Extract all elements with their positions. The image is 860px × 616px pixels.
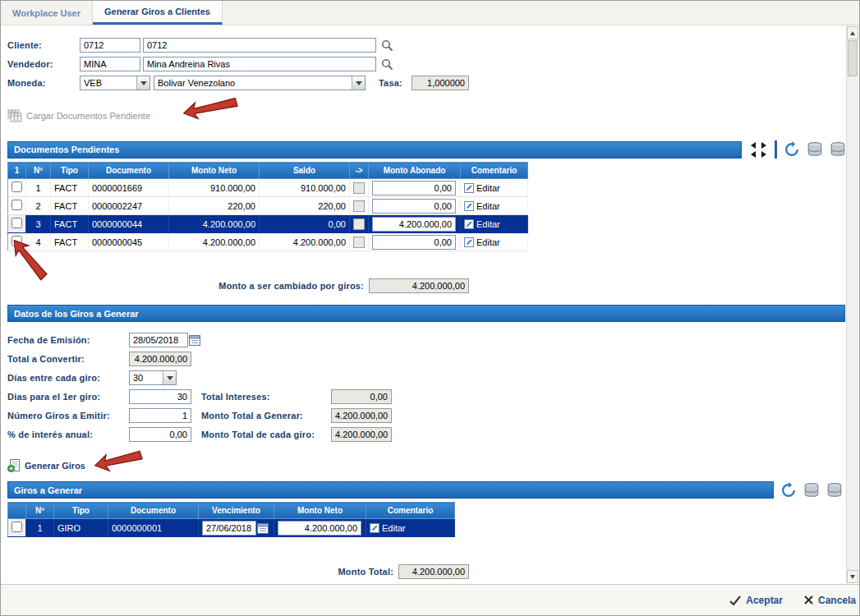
load-documents-icon [7, 109, 22, 122]
database-import-icon[interactable] [830, 141, 846, 158]
moneda-code-select[interactable]: VEB [80, 76, 150, 90]
cell-tipo: FACT [51, 179, 89, 197]
database-export-icon[interactable] [807, 141, 823, 158]
col-num: Nº [26, 163, 51, 179]
cell-documento: 0000000001 [108, 519, 199, 537]
tasa-input [412, 76, 469, 90]
row-select-checkbox[interactable] [11, 200, 22, 210]
table-row[interactable]: 2 FACT 0000002247 220,00 220,00 Editar [8, 197, 528, 215]
editar-button[interactable]: Editar [370, 523, 451, 533]
cargar-documentos-label: Cargar Documentos Pendiente [26, 111, 150, 121]
table-row[interactable]: 4 FACT 0000000045 4.200.000,00 4.200.000… [8, 233, 528, 251]
cliente-row: Cliente: [7, 38, 846, 53]
monto-abonado-input[interactable] [372, 235, 456, 250]
cancelar-button[interactable]: Cancela [804, 595, 856, 606]
aceptar-button[interactable]: Aceptar [729, 595, 783, 606]
cargar-documentos-button[interactable]: Cargar Documentos Pendiente [7, 108, 846, 123]
monto-total-generar-input [331, 408, 392, 423]
transfer-box[interactable] [353, 182, 365, 194]
cell-tipo: GIRO [54, 519, 108, 537]
col-monto-neto: Monto Neto [274, 503, 366, 519]
vendedor-name-input[interactable] [143, 57, 376, 71]
cliente-search-icon[interactable] [381, 39, 393, 52]
generar-giros-label: Generar Giros [25, 461, 85, 471]
cell-saldo: 220,00 [260, 197, 350, 215]
vertical-scrollbar[interactable] [846, 26, 858, 583]
editar-button[interactable]: Editar [464, 201, 524, 211]
cliente-name-input[interactable] [143, 38, 376, 53]
monto-neto-input[interactable] [278, 521, 361, 536]
moneda-name-select[interactable]: Bolivar Venezolano [154, 76, 366, 90]
generar-giros-button[interactable]: Generar Giros [7, 458, 846, 473]
monto-abonado-input[interactable] [372, 217, 456, 232]
editar-button[interactable]: Editar [464, 237, 524, 247]
fecha-emision-input[interactable] [129, 333, 188, 347]
check-icon [729, 595, 741, 605]
scroll-up-button[interactable] [847, 26, 858, 39]
calendar-icon[interactable] [257, 522, 269, 534]
datos-fields: Fecha de Emisión: Total a Convertir: Día… [7, 333, 846, 442]
transfer-box[interactable] [353, 218, 365, 230]
pendientes-header-row: Documentos Pendientes [7, 140, 846, 159]
cell-saldo: 4.200.000,00 [260, 233, 350, 251]
chevron-down-icon[interactable] [163, 371, 176, 384]
chevron-down-icon[interactable] [352, 76, 365, 90]
interes-anual-input[interactable] [129, 427, 191, 442]
cell-tipo: FACT [51, 197, 89, 215]
monto-cambiado-input [369, 278, 469, 293]
footer-bar: Aceptar Cancela [1, 584, 859, 615]
editar-button[interactable]: Editar [464, 183, 524, 193]
table-row[interactable]: 1 FACT 0000001669 910.000,00 910.000,00 … [8, 179, 528, 197]
col-saldo: Saldo [260, 163, 350, 179]
numero-giros-input[interactable] [129, 408, 191, 423]
editar-button[interactable]: Editar [464, 219, 524, 229]
cliente-code-input[interactable] [80, 38, 140, 53]
cell-monto-neto: 910.000,00 [169, 179, 260, 197]
cell-monto-neto: 220,00 [169, 197, 260, 215]
dias-entre-select[interactable]: 30 [129, 370, 177, 385]
scroll-track[interactable] [847, 39, 858, 570]
edit-icon [464, 219, 474, 229]
table-row-selected[interactable]: 1 GIRO 0000000001 Editar [8, 519, 455, 537]
chevron-down-icon[interactable] [136, 76, 149, 90]
total-convertir-label: Total a Convertir: [7, 354, 129, 364]
database-import-icon[interactable] [826, 482, 843, 499]
cliente-label: Cliente: [7, 40, 80, 50]
refresh-icon[interactable] [780, 482, 797, 499]
generate-icon [7, 459, 21, 472]
cell-documento: 0000002247 [89, 197, 169, 215]
page-nav-icon[interactable] [748, 141, 768, 158]
database-export-icon[interactable] [803, 482, 820, 499]
tab-generar-giros[interactable]: Generar Giros a Clientes [93, 1, 223, 25]
vencimiento-input[interactable] [202, 521, 256, 536]
row-select-checkbox[interactable] [11, 182, 22, 192]
cell-saldo: 910.000,00 [260, 179, 350, 197]
row-select-checkbox[interactable] [11, 218, 22, 228]
tab-workplace-user[interactable]: Workplace User [1, 1, 93, 25]
monto-total-generar-label: Monto Total a Generar: [201, 411, 331, 421]
transfer-box[interactable] [353, 200, 365, 212]
moneda-name-value: Bolivar Venezolano [154, 76, 352, 90]
scroll-thumb[interactable] [848, 40, 858, 76]
dias-primer-input[interactable] [129, 389, 191, 404]
giros-header-row: Giros a Generar [7, 481, 846, 499]
cell-documento: 0000000044 [89, 215, 169, 233]
vendedor-label: Vendedor: [7, 59, 80, 69]
table-row-selected[interactable]: 3 FACT 0000000044 4.200.000,00 0,00 Edit… [8, 215, 528, 233]
transfer-box[interactable] [353, 237, 365, 248]
row-select-checkbox[interactable] [11, 522, 22, 532]
datos-section-title: Datos de los Giros a Generar [7, 305, 845, 322]
monto-total-row: Monto Total: [7, 564, 469, 579]
cell-saldo: 0,00 [260, 215, 350, 233]
monto-abonado-input[interactable] [372, 199, 456, 214]
vendedor-search-icon[interactable] [381, 58, 393, 71]
scroll-down-button[interactable] [847, 570, 858, 583]
cell-documento: 0000001669 [89, 179, 169, 197]
vendedor-code-input[interactable] [80, 57, 140, 71]
calendar-icon[interactable] [189, 334, 200, 346]
dias-primer-label: Dias para el 1er giro: [7, 392, 129, 402]
monto-abonado-input[interactable] [372, 181, 456, 195]
row-select-checkbox[interactable] [11, 236, 22, 246]
monto-cada-giro-label: Monto Total de cada giro: [201, 430, 331, 439]
refresh-icon[interactable] [784, 141, 800, 158]
